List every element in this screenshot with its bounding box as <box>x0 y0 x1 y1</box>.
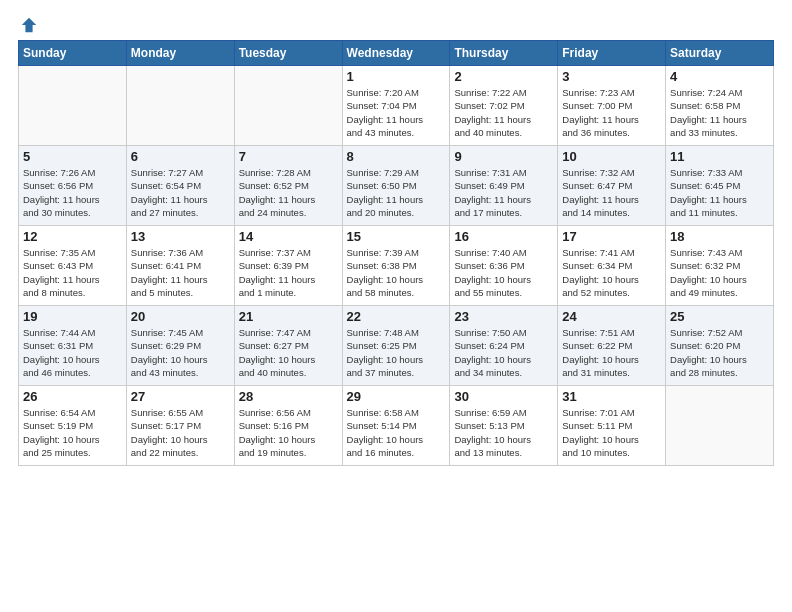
day-info: Sunrise: 7:23 AM Sunset: 7:00 PM Dayligh… <box>562 86 661 139</box>
day-cell: 22Sunrise: 7:48 AM Sunset: 6:25 PM Dayli… <box>342 306 450 386</box>
day-info: Sunrise: 7:47 AM Sunset: 6:27 PM Dayligh… <box>239 326 338 379</box>
day-number: 3 <box>562 69 661 84</box>
day-info: Sunrise: 7:35 AM Sunset: 6:43 PM Dayligh… <box>23 246 122 299</box>
day-cell: 30Sunrise: 6:59 AM Sunset: 5:13 PM Dayli… <box>450 386 558 466</box>
day-info: Sunrise: 7:41 AM Sunset: 6:34 PM Dayligh… <box>562 246 661 299</box>
day-info: Sunrise: 7:26 AM Sunset: 6:56 PM Dayligh… <box>23 166 122 219</box>
day-cell: 12Sunrise: 7:35 AM Sunset: 6:43 PM Dayli… <box>19 226 127 306</box>
day-cell: 23Sunrise: 7:50 AM Sunset: 6:24 PM Dayli… <box>450 306 558 386</box>
day-number: 15 <box>347 229 446 244</box>
day-number: 31 <box>562 389 661 404</box>
day-info: Sunrise: 7:44 AM Sunset: 6:31 PM Dayligh… <box>23 326 122 379</box>
day-number: 30 <box>454 389 553 404</box>
day-cell: 17Sunrise: 7:41 AM Sunset: 6:34 PM Dayli… <box>558 226 666 306</box>
day-number: 28 <box>239 389 338 404</box>
day-info: Sunrise: 7:36 AM Sunset: 6:41 PM Dayligh… <box>131 246 230 299</box>
day-cell: 10Sunrise: 7:32 AM Sunset: 6:47 PM Dayli… <box>558 146 666 226</box>
day-number: 20 <box>131 309 230 324</box>
day-info: Sunrise: 7:01 AM Sunset: 5:11 PM Dayligh… <box>562 406 661 459</box>
svg-marker-0 <box>22 18 36 32</box>
day-info: Sunrise: 7:28 AM Sunset: 6:52 PM Dayligh… <box>239 166 338 219</box>
day-number: 2 <box>454 69 553 84</box>
day-info: Sunrise: 7:51 AM Sunset: 6:22 PM Dayligh… <box>562 326 661 379</box>
logo <box>18 16 38 30</box>
day-cell <box>234 66 342 146</box>
day-number: 12 <box>23 229 122 244</box>
day-number: 27 <box>131 389 230 404</box>
day-cell: 4Sunrise: 7:24 AM Sunset: 6:58 PM Daylig… <box>666 66 774 146</box>
day-info: Sunrise: 7:27 AM Sunset: 6:54 PM Dayligh… <box>131 166 230 219</box>
weekday-header-sunday: Sunday <box>19 41 127 66</box>
day-info: Sunrise: 7:22 AM Sunset: 7:02 PM Dayligh… <box>454 86 553 139</box>
day-number: 9 <box>454 149 553 164</box>
day-number: 13 <box>131 229 230 244</box>
day-info: Sunrise: 7:33 AM Sunset: 6:45 PM Dayligh… <box>670 166 769 219</box>
weekday-header-wednesday: Wednesday <box>342 41 450 66</box>
day-number: 26 <box>23 389 122 404</box>
day-cell: 9Sunrise: 7:31 AM Sunset: 6:49 PM Daylig… <box>450 146 558 226</box>
day-info: Sunrise: 6:54 AM Sunset: 5:19 PM Dayligh… <box>23 406 122 459</box>
day-info: Sunrise: 7:32 AM Sunset: 6:47 PM Dayligh… <box>562 166 661 219</box>
weekday-header-tuesday: Tuesday <box>234 41 342 66</box>
day-number: 6 <box>131 149 230 164</box>
day-number: 25 <box>670 309 769 324</box>
day-number: 17 <box>562 229 661 244</box>
week-row-1: 1Sunrise: 7:20 AM Sunset: 7:04 PM Daylig… <box>19 66 774 146</box>
day-cell: 15Sunrise: 7:39 AM Sunset: 6:38 PM Dayli… <box>342 226 450 306</box>
day-info: Sunrise: 7:24 AM Sunset: 6:58 PM Dayligh… <box>670 86 769 139</box>
day-cell: 7Sunrise: 7:28 AM Sunset: 6:52 PM Daylig… <box>234 146 342 226</box>
calendar-table: SundayMondayTuesdayWednesdayThursdayFrid… <box>18 40 774 466</box>
day-cell: 8Sunrise: 7:29 AM Sunset: 6:50 PM Daylig… <box>342 146 450 226</box>
day-cell: 14Sunrise: 7:37 AM Sunset: 6:39 PM Dayli… <box>234 226 342 306</box>
day-cell: 13Sunrise: 7:36 AM Sunset: 6:41 PM Dayli… <box>126 226 234 306</box>
day-number: 21 <box>239 309 338 324</box>
day-cell: 25Sunrise: 7:52 AM Sunset: 6:20 PM Dayli… <box>666 306 774 386</box>
weekday-header-friday: Friday <box>558 41 666 66</box>
day-info: Sunrise: 7:45 AM Sunset: 6:29 PM Dayligh… <box>131 326 230 379</box>
day-cell: 21Sunrise: 7:47 AM Sunset: 6:27 PM Dayli… <box>234 306 342 386</box>
day-number: 11 <box>670 149 769 164</box>
day-number: 14 <box>239 229 338 244</box>
day-cell: 31Sunrise: 7:01 AM Sunset: 5:11 PM Dayli… <box>558 386 666 466</box>
day-cell: 1Sunrise: 7:20 AM Sunset: 7:04 PM Daylig… <box>342 66 450 146</box>
day-number: 29 <box>347 389 446 404</box>
week-row-5: 26Sunrise: 6:54 AM Sunset: 5:19 PM Dayli… <box>19 386 774 466</box>
day-cell: 16Sunrise: 7:40 AM Sunset: 6:36 PM Dayli… <box>450 226 558 306</box>
day-cell: 6Sunrise: 7:27 AM Sunset: 6:54 PM Daylig… <box>126 146 234 226</box>
day-cell: 20Sunrise: 7:45 AM Sunset: 6:29 PM Dayli… <box>126 306 234 386</box>
day-number: 18 <box>670 229 769 244</box>
day-cell: 27Sunrise: 6:55 AM Sunset: 5:17 PM Dayli… <box>126 386 234 466</box>
day-cell: 28Sunrise: 6:56 AM Sunset: 5:16 PM Dayli… <box>234 386 342 466</box>
day-info: Sunrise: 6:58 AM Sunset: 5:14 PM Dayligh… <box>347 406 446 459</box>
day-cell <box>19 66 127 146</box>
day-cell: 18Sunrise: 7:43 AM Sunset: 6:32 PM Dayli… <box>666 226 774 306</box>
day-info: Sunrise: 7:48 AM Sunset: 6:25 PM Dayligh… <box>347 326 446 379</box>
day-number: 23 <box>454 309 553 324</box>
weekday-header-thursday: Thursday <box>450 41 558 66</box>
logo-icon <box>20 16 38 34</box>
day-number: 5 <box>23 149 122 164</box>
day-cell <box>126 66 234 146</box>
day-number: 22 <box>347 309 446 324</box>
calendar-container: SundayMondayTuesdayWednesdayThursdayFrid… <box>0 0 792 612</box>
day-info: Sunrise: 7:20 AM Sunset: 7:04 PM Dayligh… <box>347 86 446 139</box>
week-row-3: 12Sunrise: 7:35 AM Sunset: 6:43 PM Dayli… <box>19 226 774 306</box>
weekday-header-saturday: Saturday <box>666 41 774 66</box>
day-info: Sunrise: 7:39 AM Sunset: 6:38 PM Dayligh… <box>347 246 446 299</box>
day-info: Sunrise: 7:52 AM Sunset: 6:20 PM Dayligh… <box>670 326 769 379</box>
day-info: Sunrise: 7:40 AM Sunset: 6:36 PM Dayligh… <box>454 246 553 299</box>
day-cell: 2Sunrise: 7:22 AM Sunset: 7:02 PM Daylig… <box>450 66 558 146</box>
day-cell: 11Sunrise: 7:33 AM Sunset: 6:45 PM Dayli… <box>666 146 774 226</box>
day-number: 8 <box>347 149 446 164</box>
week-row-2: 5Sunrise: 7:26 AM Sunset: 6:56 PM Daylig… <box>19 146 774 226</box>
day-number: 1 <box>347 69 446 84</box>
day-cell: 5Sunrise: 7:26 AM Sunset: 6:56 PM Daylig… <box>19 146 127 226</box>
day-info: Sunrise: 7:37 AM Sunset: 6:39 PM Dayligh… <box>239 246 338 299</box>
week-row-4: 19Sunrise: 7:44 AM Sunset: 6:31 PM Dayli… <box>19 306 774 386</box>
day-info: Sunrise: 6:55 AM Sunset: 5:17 PM Dayligh… <box>131 406 230 459</box>
day-cell: 26Sunrise: 6:54 AM Sunset: 5:19 PM Dayli… <box>19 386 127 466</box>
day-cell: 19Sunrise: 7:44 AM Sunset: 6:31 PM Dayli… <box>19 306 127 386</box>
day-info: Sunrise: 7:29 AM Sunset: 6:50 PM Dayligh… <box>347 166 446 219</box>
day-cell: 29Sunrise: 6:58 AM Sunset: 5:14 PM Dayli… <box>342 386 450 466</box>
weekday-header-monday: Monday <box>126 41 234 66</box>
